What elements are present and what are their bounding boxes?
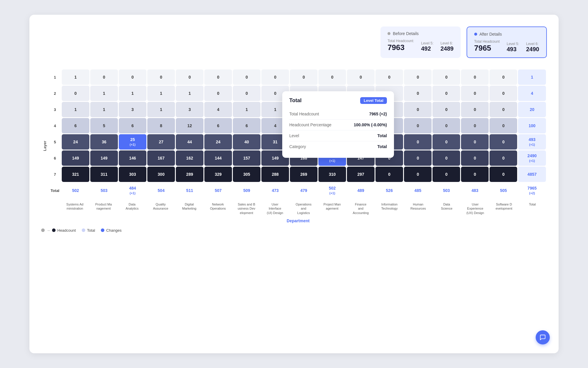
cell-r7-c4[interactable]: 511: [176, 183, 203, 198]
cell-r3-c1[interactable]: 5: [90, 118, 118, 133]
cell-r6-c11[interactable]: 0: [375, 167, 403, 182]
cell-r0-c12[interactable]: 0: [404, 69, 432, 85]
cell-r6-c10[interactable]: 297: [347, 167, 375, 182]
cell-r3-c12[interactable]: 0: [404, 118, 432, 133]
cell-r1-c1[interactable]: 1: [90, 86, 118, 101]
cell-r6-c6[interactable]: 305: [233, 167, 260, 182]
cell-r7-c16[interactable]: 7965(+2): [518, 183, 546, 198]
cell-r5-c4[interactable]: 162: [176, 150, 203, 166]
cell-r7-c11[interactable]: 526: [375, 183, 403, 198]
cell-r2-c15[interactable]: 0: [490, 102, 517, 117]
cell-r2-c2[interactable]: 3: [119, 102, 146, 117]
cell-r1-c6[interactable]: 0: [233, 86, 260, 101]
cell-r7-c10[interactable]: 489: [347, 183, 375, 198]
cell-r0-c7[interactable]: 0: [261, 69, 289, 85]
cell-r5-c6[interactable]: 157: [233, 150, 260, 166]
cell-r1-c14[interactable]: 0: [461, 86, 489, 101]
cell-r3-c16[interactable]: 100: [518, 118, 546, 133]
cell-r1-c5[interactable]: 0: [204, 86, 232, 101]
cell-r4-c14[interactable]: 0: [461, 134, 489, 150]
cell-r3-c2[interactable]: 6: [119, 118, 146, 133]
cell-r6-c7[interactable]: 288: [261, 167, 289, 182]
cell-r1-c13[interactable]: 0: [432, 86, 460, 101]
cell-r6-c15[interactable]: 0: [490, 167, 517, 182]
cell-r0-c13[interactable]: 0: [432, 69, 460, 85]
cell-r2-c5[interactable]: 4: [204, 102, 232, 117]
cell-r6-c13[interactable]: 0: [432, 167, 460, 182]
cell-r3-c0[interactable]: 6: [62, 118, 89, 133]
cell-r7-c1[interactable]: 503: [90, 183, 118, 198]
cell-r7-c7[interactable]: 473: [261, 183, 289, 198]
cell-r4-c16[interactable]: 493(+1): [518, 134, 546, 150]
cell-r1-c0[interactable]: 0: [62, 86, 89, 101]
cell-r0-c1[interactable]: 0: [90, 69, 118, 85]
cell-r4-c15[interactable]: 0: [490, 134, 517, 150]
cell-r6-c2[interactable]: 303: [119, 167, 146, 182]
cell-r4-c5[interactable]: 24: [204, 134, 232, 150]
cell-r7-c8[interactable]: 479: [290, 183, 318, 198]
cell-r0-c11[interactable]: 0: [375, 69, 403, 85]
cell-r3-c3[interactable]: 8: [147, 118, 175, 133]
cell-r2-c14[interactable]: 0: [461, 102, 489, 117]
cell-r7-c9[interactable]: 502(+1): [318, 183, 346, 198]
cell-r2-c1[interactable]: 1: [90, 102, 118, 117]
cell-r7-c6[interactable]: 509: [233, 183, 260, 198]
cell-r5-c0[interactable]: 149: [62, 150, 89, 166]
cell-r0-c5[interactable]: 0: [204, 69, 232, 85]
cell-r7-c3[interactable]: 504: [147, 183, 175, 198]
cell-r7-c15[interactable]: 505: [490, 183, 517, 198]
cell-r5-c16[interactable]: 2490(+1): [518, 150, 546, 166]
cell-r5-c15[interactable]: 0: [490, 150, 517, 166]
cell-r0-c16[interactable]: 1: [518, 69, 546, 85]
cell-r6-c0[interactable]: 321: [62, 167, 89, 182]
cell-r1-c2[interactable]: 1: [119, 86, 146, 101]
cell-r3-c13[interactable]: 0: [432, 118, 460, 133]
cell-r0-c9[interactable]: 0: [318, 69, 346, 85]
cell-r5-c3[interactable]: 167: [147, 150, 175, 166]
cell-r4-c0[interactable]: 24: [62, 134, 89, 150]
cell-r4-c4[interactable]: 44: [176, 134, 203, 150]
cell-r3-c5[interactable]: 6: [204, 118, 232, 133]
cell-r2-c0[interactable]: 1: [62, 102, 89, 117]
cell-r4-c6[interactable]: 40: [233, 134, 260, 150]
cell-r1-c16[interactable]: 4: [518, 86, 546, 101]
cell-r6-c3[interactable]: 300: [147, 167, 175, 182]
cell-r6-c1[interactable]: 311: [90, 167, 118, 182]
cell-r4-c2[interactable]: 25(+1): [119, 134, 146, 150]
cell-r0-c10[interactable]: 0: [347, 69, 375, 85]
cell-r2-c3[interactable]: 1: [147, 102, 175, 117]
cell-r6-c5[interactable]: 329: [204, 167, 232, 182]
cell-r6-c12[interactable]: 0: [404, 167, 432, 182]
cell-r0-c15[interactable]: 0: [490, 69, 517, 85]
cell-r1-c4[interactable]: 1: [176, 86, 203, 101]
cell-r5-c13[interactable]: 0: [432, 150, 460, 166]
cell-r2-c6[interactable]: 1: [233, 102, 260, 117]
cell-r4-c12[interactable]: 0: [404, 134, 432, 150]
cell-r2-c16[interactable]: 20: [518, 102, 546, 117]
chat-button[interactable]: [536, 330, 550, 344]
cell-r7-c13[interactable]: 503: [432, 183, 460, 198]
cell-r4-c13[interactable]: 0: [432, 134, 460, 150]
cell-r6-c9[interactable]: 310: [318, 167, 346, 182]
cell-r0-c14[interactable]: 0: [461, 69, 489, 85]
cell-r5-c1[interactable]: 149: [90, 150, 118, 166]
cell-r0-c2[interactable]: 0: [119, 69, 146, 85]
cell-r1-c12[interactable]: 0: [404, 86, 432, 101]
cell-r2-c13[interactable]: 0: [432, 102, 460, 117]
cell-r4-c1[interactable]: 36: [90, 134, 118, 150]
cell-r5-c14[interactable]: 0: [461, 150, 489, 166]
cell-r1-c3[interactable]: 1: [147, 86, 175, 101]
cell-r7-c12[interactable]: 485: [404, 183, 432, 198]
cell-r0-c4[interactable]: 0: [176, 69, 203, 85]
cell-r0-c8[interactable]: 0: [290, 69, 318, 85]
cell-r7-c14[interactable]: 483: [461, 183, 489, 198]
cell-r3-c4[interactable]: 12: [176, 118, 203, 133]
cell-r3-c15[interactable]: 0: [490, 118, 517, 133]
cell-r6-c8[interactable]: 269: [290, 167, 318, 182]
cell-r5-c12[interactable]: 0: [404, 150, 432, 166]
cell-r6-c16[interactable]: 4857: [518, 167, 546, 182]
cell-r5-c5[interactable]: 144: [204, 150, 232, 166]
cell-r3-c14[interactable]: 0: [461, 118, 489, 133]
cell-r4-c3[interactable]: 27: [147, 134, 175, 150]
cell-r0-c3[interactable]: 0: [147, 69, 175, 85]
